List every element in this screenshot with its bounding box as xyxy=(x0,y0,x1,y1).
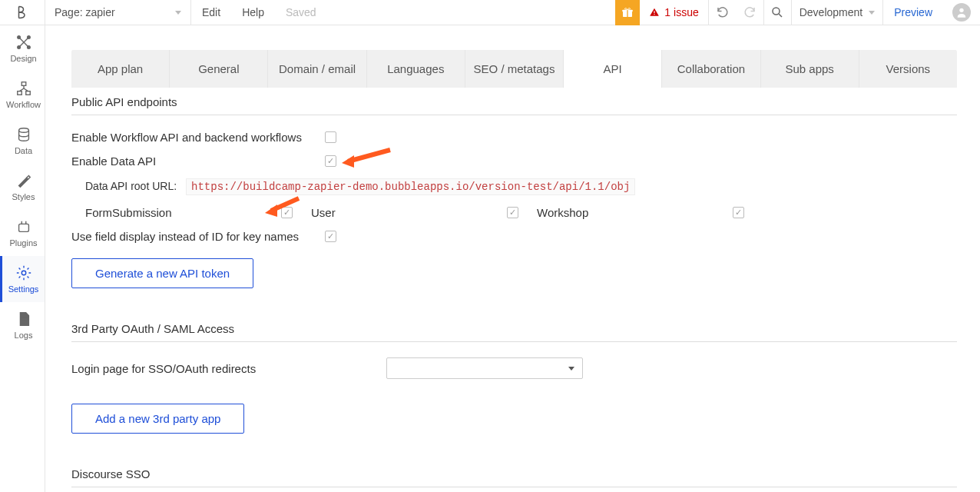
use-display-names-label: Use field display instead of ID for key … xyxy=(71,230,325,243)
sidebar-item-label: Settings xyxy=(8,284,39,294)
sidebar-item-label: Styles xyxy=(12,192,35,201)
sidebar: Design Workflow Data Styles Plugins Sett… xyxy=(0,25,45,492)
tab-app-plan[interactable]: App plan xyxy=(71,50,170,88)
gift-button[interactable] xyxy=(615,0,640,25)
sidebar-item-data[interactable]: Data xyxy=(0,118,45,164)
sidebar-item-label: Workflow xyxy=(6,100,41,109)
enable-data-api-label: Enable Data API xyxy=(71,155,325,168)
sidebar-item-settings[interactable]: Settings xyxy=(0,256,45,302)
sidebar-item-styles[interactable]: Styles xyxy=(0,164,45,210)
data-api-root-url-label: Data API root URL: xyxy=(85,180,177,192)
logs-icon xyxy=(15,311,32,327)
styles-icon xyxy=(15,172,32,189)
preview-link[interactable]: Preview xyxy=(883,6,943,18)
issue-count: 1 issue xyxy=(664,6,698,18)
undo-button[interactable] xyxy=(709,0,737,25)
svg-rect-2 xyxy=(627,10,628,17)
page-selector[interactable]: Page: zapier xyxy=(45,0,191,25)
settings-icon xyxy=(15,264,32,281)
data-type-label: FormSubmission xyxy=(85,206,281,219)
arrow-annotation-icon xyxy=(340,146,394,169)
settings-tabs: App plan General Domain / email Language… xyxy=(71,50,957,88)
tab-collaboration[interactable]: Collaboration xyxy=(662,50,760,88)
issues-button[interactable]: 1 issue xyxy=(640,0,708,25)
section-title-discourse: Discourse SSO xyxy=(71,460,957,487)
plugins-icon xyxy=(15,218,32,235)
svg-rect-3 xyxy=(654,11,655,13)
bubble-logo[interactable] xyxy=(0,0,45,25)
svg-rect-16 xyxy=(25,91,30,95)
chevron-down-icon xyxy=(175,11,181,15)
svg-rect-4 xyxy=(654,14,655,15)
svg-rect-15 xyxy=(17,91,22,95)
svg-point-5 xyxy=(773,8,780,15)
workflow-icon xyxy=(15,80,32,97)
section-title-public-api: Public API endpoints xyxy=(71,88,957,115)
sidebar-item-plugins[interactable]: Plugins xyxy=(0,210,45,256)
sidebar-item-design[interactable]: Design xyxy=(0,25,45,71)
tab-languages[interactable]: Languages xyxy=(367,50,465,88)
svg-rect-25 xyxy=(22,317,27,318)
search-button[interactable] xyxy=(764,0,792,25)
data-type-label: User xyxy=(311,206,507,219)
sso-login-page-select[interactable] xyxy=(386,357,583,379)
svg-point-13 xyxy=(27,46,30,49)
tab-versions[interactable]: Versions xyxy=(859,50,957,88)
use-display-names-checkbox[interactable] xyxy=(325,231,336,242)
tab-domain-email[interactable]: Domain / email xyxy=(268,50,366,88)
sso-login-page-label: Login page for SSO/OAuth redirects xyxy=(71,362,256,375)
svg-point-10 xyxy=(17,36,20,39)
sidebar-item-label: Design xyxy=(10,54,36,63)
data-api-root-url: https://buildcamp-zapier-demo.bubbleapps… xyxy=(186,178,635,195)
chevron-down-icon xyxy=(568,367,574,371)
design-icon xyxy=(15,34,32,51)
tab-general[interactable]: General xyxy=(170,50,268,88)
tab-seo[interactable]: SEO / metatags xyxy=(465,50,564,88)
chevron-down-icon xyxy=(869,11,875,15)
svg-rect-27 xyxy=(22,322,25,323)
tab-sub-apps[interactable]: Sub apps xyxy=(761,50,859,88)
svg-point-7 xyxy=(959,8,963,12)
environment-label: Development xyxy=(800,6,863,18)
help-menu[interactable]: Help xyxy=(231,6,275,18)
environment-selector[interactable]: Development xyxy=(792,0,884,25)
avatar[interactable] xyxy=(952,3,971,22)
svg-point-20 xyxy=(18,128,28,133)
svg-point-24 xyxy=(22,271,26,275)
warning-icon xyxy=(649,7,660,18)
enable-data-api-checkbox[interactable] xyxy=(325,155,336,167)
sidebar-item-label: Plugins xyxy=(9,238,37,248)
svg-rect-26 xyxy=(22,320,27,321)
enable-workflow-api-label: Enable Workflow API and backend workflow… xyxy=(71,131,325,144)
redo-button[interactable] xyxy=(737,0,764,25)
enable-workflow-api-checkbox[interactable] xyxy=(325,131,336,143)
page-label: Page: zapier xyxy=(55,6,115,18)
section-title-oauth: 3rd Party OAuth / SAML Access xyxy=(71,314,957,342)
save-status: Saved xyxy=(275,6,327,18)
generate-api-token-button[interactable]: Generate a new API token xyxy=(71,258,253,288)
sidebar-item-workflow[interactable]: Workflow xyxy=(0,71,45,118)
sidebar-item-label: Logs xyxy=(15,331,33,340)
svg-rect-21 xyxy=(18,224,28,231)
data-type-formsubmission-checkbox[interactable] xyxy=(281,207,293,218)
data-type-label: Workshop xyxy=(537,206,733,219)
sidebar-item-label: Data xyxy=(15,146,32,155)
data-type-user-checkbox[interactable] xyxy=(507,207,518,218)
data-icon xyxy=(15,126,32,143)
svg-point-12 xyxy=(17,46,20,49)
svg-point-11 xyxy=(27,36,30,39)
edit-menu[interactable]: Edit xyxy=(191,6,231,18)
sidebar-item-logs[interactable]: Logs xyxy=(0,302,45,348)
svg-rect-14 xyxy=(22,82,26,86)
data-type-workshop-checkbox[interactable] xyxy=(733,207,744,218)
add-3rd-party-app-button[interactable]: Add a new 3rd party app xyxy=(71,404,244,434)
svg-line-6 xyxy=(779,14,782,17)
tab-api[interactable]: API xyxy=(564,50,662,88)
